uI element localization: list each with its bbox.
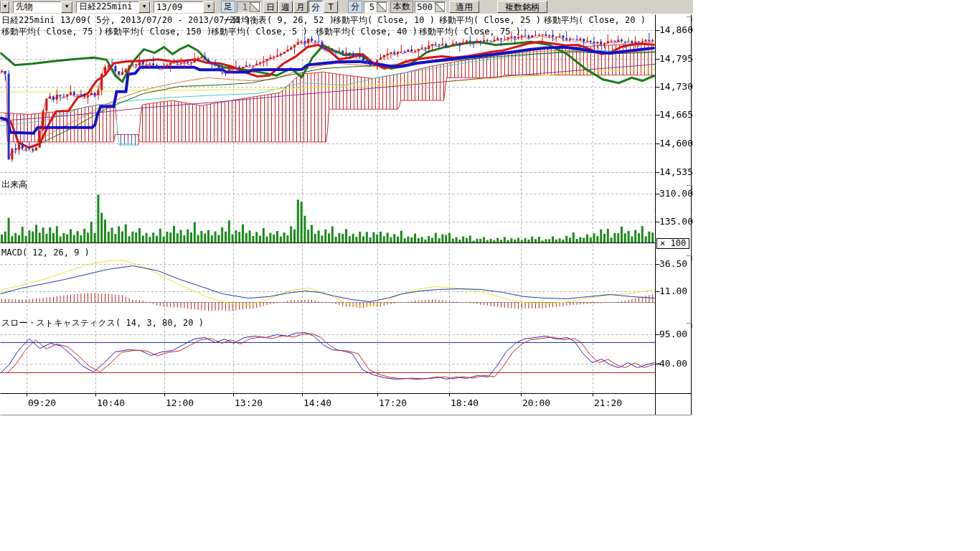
- interval-value: 1: [237, 2, 249, 12]
- stoch-pane-label: スロー・ストキャスティクス( 14, 3, 80, 20 ): [1, 319, 204, 328]
- minute-value-spinner[interactable]: 5: [364, 1, 388, 13]
- time-axis-label: 18:40: [451, 398, 479, 408]
- time-axis-label: 09:20: [28, 398, 56, 408]
- chart-region: 日経225mini 13/09( 5分, 2013/07/20 - 2013/0…: [0, 14, 693, 415]
- time-axis-label: 12:00: [166, 398, 194, 408]
- period-month-button[interactable]: 月: [293, 1, 308, 13]
- spin-updown-icon[interactable]: [435, 2, 445, 12]
- macd-pane-label: MACD( 12, 26, 9 ): [1, 248, 90, 258]
- volume-axis-label: 135.00: [659, 217, 693, 226]
- toolbar: ▼ 先物 ▼ 日経225mini ▼ 13/09 ▼ 足 1 日 週 月 分 T…: [0, 0, 693, 14]
- period-week-button[interactable]: 週: [278, 1, 293, 13]
- legend-item: 移動平均( Close, 20 ): [544, 16, 646, 25]
- legend-item: 移動平均( Close, 40 ): [316, 27, 418, 37]
- pane-corner-mark: [687, 185, 692, 190]
- time-axis-label: 21:20: [594, 398, 622, 408]
- combo-dropdown-arrow-icon[interactable]: ▼: [1, 1, 9, 13]
- bar-count-label: 本数: [390, 1, 413, 13]
- pane-corner-mark: [687, 17, 692, 22]
- leftmost-combo-partial[interactable]: ▼: [0, 1, 10, 13]
- contract-month-value: 13/09: [154, 2, 203, 12]
- legend-item: 移動平均( Close, 150 ): [105, 27, 212, 37]
- bar-count-spinner[interactable]: 500: [415, 1, 446, 13]
- apply-button[interactable]: 適用: [449, 1, 479, 13]
- legend-item: 移動平均( Close, 10 ): [333, 16, 435, 25]
- combo-dropdown-arrow-icon[interactable]: ▼: [203, 1, 215, 13]
- period-tick-button[interactable]: T: [324, 1, 338, 13]
- period-minute-button[interactable]: 分: [308, 1, 323, 13]
- legend-item: 移動平均( Close, 25 ): [439, 16, 541, 25]
- price-axis-label: 14,535: [659, 167, 693, 176]
- contract-month-combo[interactable]: 13/09 ▼: [154, 1, 215, 13]
- ashi-label: 足: [221, 1, 235, 13]
- price-axis-label: 14,860: [659, 25, 693, 34]
- price-axis-label: 14,665: [659, 110, 693, 119]
- spin-updown-icon[interactable]: [377, 2, 387, 12]
- legend-item: 移動平均( Close, 5 ): [211, 27, 308, 37]
- stoch-axis-label: 95.00: [659, 329, 687, 339]
- pane-corner-mark: [687, 323, 692, 328]
- bar-count-value: 500: [415, 2, 434, 12]
- price-chart-canvas[interactable]: [0, 14, 693, 415]
- time-axis-label: 17:20: [379, 398, 407, 408]
- time-axis-label: 13:20: [235, 398, 263, 408]
- period-day-button[interactable]: 日: [263, 1, 278, 13]
- interval-spinner[interactable]: 1: [237, 1, 261, 13]
- macd-axis-label: 36.50: [659, 259, 687, 268]
- time-axis-label: 14:40: [303, 398, 331, 408]
- combo-dropdown-arrow-icon[interactable]: ▼: [138, 1, 150, 13]
- minute-unit-label: 分: [348, 1, 362, 13]
- symbol-value: 日経225mini: [77, 1, 138, 13]
- macd-axis-label: 11.00: [659, 286, 687, 296]
- spin-updown-icon[interactable]: [250, 2, 260, 12]
- market-type-combo[interactable]: 先物 ▼: [13, 1, 73, 13]
- time-axis-label: 10:40: [97, 398, 125, 408]
- price-axis-label: 14,730: [659, 82, 693, 91]
- time-axis-label: 20:00: [522, 398, 550, 408]
- multi-symbol-button[interactable]: 複数銘柄: [497, 1, 547, 13]
- volume-multiplier-badge: × 100: [656, 238, 689, 249]
- legend-item: 日経225mini 13/09( 5分, 2013/07/20 - 2013/0…: [1, 16, 250, 25]
- legend-item: 移動平均( Close, 75 ): [419, 27, 521, 37]
- legend-item: 一目均衡表( 9, 26, 52 ): [224, 16, 334, 25]
- market-type-value: 先物: [14, 1, 61, 13]
- combo-dropdown-arrow-icon[interactable]: ▼: [61, 1, 72, 13]
- stoch-axis-label: 40.00: [659, 359, 687, 368]
- minute-value: 5: [364, 2, 376, 12]
- price-axis-label: 14,600: [659, 138, 693, 148]
- volume-pane-label: 出来高: [1, 180, 27, 189]
- symbol-combo[interactable]: 日経225mini ▼: [76, 1, 151, 13]
- pane-corner-mark: [687, 255, 692, 260]
- legend-item: 移動平均( Close, 75 ): [1, 27, 103, 37]
- price-axis-label: 14,795: [659, 54, 693, 63]
- chart-app-window: ▼ 先物 ▼ 日経225mini ▼ 13/09 ▼ 足 1 日 週 月 分 T…: [0, 0, 980, 551]
